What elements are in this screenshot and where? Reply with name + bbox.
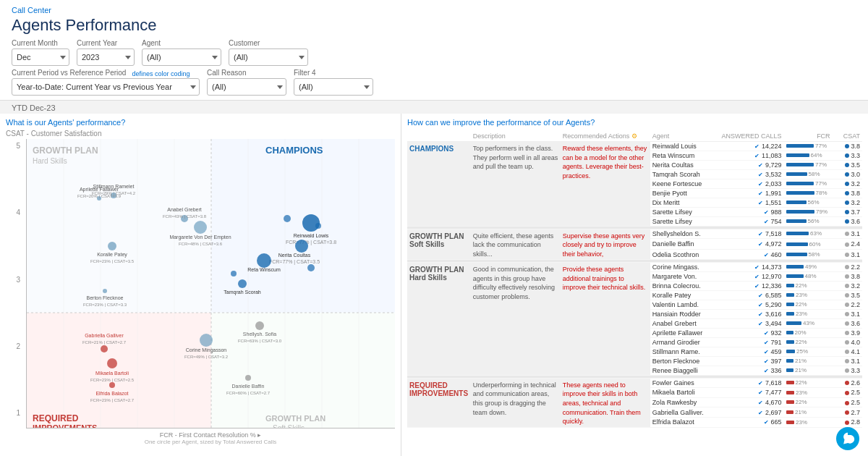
agent-name: Corine Mingass. xyxy=(650,263,718,272)
section-recommendation: Supervise these agents very closely and … xyxy=(561,229,650,260)
csat-value: 3.2 xyxy=(833,281,862,290)
svg-point-41 xyxy=(194,221,207,234)
section-recommendation: Reward these elements, they can be a mod… xyxy=(561,142,650,227)
answered-calls: ✔ 14,373 xyxy=(718,263,784,272)
answered-calls: ✔ 2,697 xyxy=(718,408,784,418)
csat-value: 3.6 xyxy=(833,216,862,226)
scatter-fcr-label: FCR - First Contact Resolution % ▸ xyxy=(26,431,395,439)
agent-name: Reta Winscum xyxy=(650,151,718,160)
svg-text:FCR=60% | CSAT=2.7: FCR=60% | CSAT=2.7 xyxy=(226,391,271,395)
agent-header: Agent xyxy=(652,132,670,140)
agent-name: Tamqrah Scorah xyxy=(650,169,718,179)
svg-point-59 xyxy=(101,345,108,352)
fcr-bar: 58% xyxy=(784,169,833,179)
answered-calls: ✔ 3,616 xyxy=(718,309,784,318)
current-year-select[interactable]: 2023 xyxy=(77,48,135,66)
svg-text:Margarete Von Der Empten: Margarete Von Der Empten xyxy=(169,235,231,240)
agent-name: Gabriella Galliver. xyxy=(650,408,718,418)
fcr-bar: 64% xyxy=(784,151,833,160)
section-description: Underperforming in technical and communi… xyxy=(471,378,561,427)
svg-rect-3 xyxy=(211,313,395,428)
csat-value: 2.5 xyxy=(833,397,862,408)
csat-value: 3.8 xyxy=(833,271,862,281)
csat-value: 2.6 xyxy=(833,378,862,387)
fcr-bar: 22% xyxy=(784,281,833,290)
fcr-bar: 56% xyxy=(784,216,833,226)
period-select[interactable]: Year-to-Date: Current Year vs Previous Y… xyxy=(12,78,200,96)
csat-value: 3.5 xyxy=(833,160,862,169)
agent-name: Zola Rawkesby xyxy=(650,397,718,408)
svg-point-27 xyxy=(257,253,271,268)
csat-value: 2.7 xyxy=(833,408,862,418)
svg-text:FCR=63% | CSAT=3.0: FCR=63% | CSAT=3.0 xyxy=(238,339,282,343)
csat-value: 3.5 xyxy=(833,290,862,300)
agent-name: Margarete Von. xyxy=(650,271,718,281)
csat-value: 3.6 xyxy=(833,318,862,328)
svg-point-62 xyxy=(107,358,117,368)
call-reason-label: Call Reason xyxy=(207,69,286,77)
svg-text:REQUIRED: REQUIRED xyxy=(33,413,79,423)
section-description: Top performers in the class. They perfor… xyxy=(471,142,561,227)
svg-text:FCR=77% | CSAT=3.8: FCR=77% | CSAT=3.8 xyxy=(286,240,336,245)
fcr-bar: 20% xyxy=(784,328,833,337)
svg-point-65 xyxy=(255,321,264,330)
fcr-bar: 77% xyxy=(784,160,833,169)
section-recommendation: These agents need to improve their skill… xyxy=(561,378,650,427)
svg-text:Tamqrah Scorah: Tamqrah Scorah xyxy=(224,290,260,295)
svg-text:FCR=21% | CSAT=2.7: FCR=21% | CSAT=2.7 xyxy=(82,340,127,345)
agent-table: Description Recommended Actions ⚙ Agent … xyxy=(407,131,862,428)
answered-calls: ✔ 336 xyxy=(718,366,784,375)
csat-value: 3.8 xyxy=(833,142,862,151)
fcr-bar: 22% xyxy=(784,337,833,347)
svg-point-24 xyxy=(295,240,308,253)
salesforce-icon xyxy=(841,431,855,446)
svg-text:CHAMPIONS: CHAMPIONS xyxy=(265,145,323,156)
fcr-bar: 49% xyxy=(784,263,833,272)
answered-calls: ✔ 14,224 xyxy=(718,142,784,151)
fcr-bar: 23% xyxy=(784,309,833,318)
csat-value: 3.1 xyxy=(833,249,862,259)
agent-name: Hansiain Rodder xyxy=(650,309,718,318)
answered-calls: ✔ 932 xyxy=(718,328,784,337)
svg-point-50 xyxy=(200,334,213,347)
fcr-bar: 56% xyxy=(784,198,833,207)
svg-point-56 xyxy=(109,382,115,388)
csat-value: 3.8 xyxy=(833,188,862,198)
current-month-select[interactable]: Dec xyxy=(12,48,69,66)
answered-calls: ✔ 1,551 xyxy=(718,198,784,207)
answered-calls: ✔ 7,618 xyxy=(718,378,784,387)
svg-text:FCR=23% | CSAT=3.3: FCR=23% | CSAT=3.3 xyxy=(83,303,127,307)
svg-text:Soft Skills: Soft Skills xyxy=(273,424,305,428)
csat-value: 3.3 xyxy=(833,151,862,160)
svg-text:GROWTH PLAN: GROWTH PLAN xyxy=(33,145,98,156)
fcr-bar: 58% xyxy=(784,249,833,259)
svg-point-53 xyxy=(103,289,107,293)
scatter-footnote: One circle per Agent, sized by Total Ans… xyxy=(26,439,395,445)
csat-value: 3.7 xyxy=(833,207,862,216)
breadcrumb[interactable]: Call Center xyxy=(12,6,856,14)
agent-name: Sarette Lifsey xyxy=(650,207,718,216)
left-panel-title: What is our Agents' performance? xyxy=(6,118,395,127)
answered-calls: ✔ 460 xyxy=(718,249,784,259)
csat-value: 4.0 xyxy=(833,337,862,347)
y-tick-3: 3 xyxy=(16,276,20,284)
agent-name: Nerita Coultas xyxy=(650,160,718,169)
customer-select[interactable]: (All) xyxy=(229,48,308,66)
svg-text:Reta Winscum: Reta Winscum xyxy=(247,267,281,272)
filter4-label: Filter 4 xyxy=(294,69,373,77)
svg-text:Koralle Patey: Koralle Patey xyxy=(97,252,127,258)
agent-name: Aprilette Fallawer xyxy=(650,328,718,337)
answered-calls: ✔ 6,585 xyxy=(718,290,784,300)
scatter-plot: GROWTH PLAN Hard Skills CHAMPIONS REQUIR… xyxy=(26,139,395,428)
svg-text:FCR=77% | CSAT=3.5: FCR=77% | CSAT=3.5 xyxy=(269,259,320,265)
agent-name: Renee Biaggelli xyxy=(650,366,718,375)
answered-calls: ✔ 988 xyxy=(718,207,784,216)
fcr-bar: 23% xyxy=(784,387,833,397)
csat-value: 2.4 xyxy=(833,239,862,249)
fcr-bar: 43% xyxy=(784,318,833,328)
agent-select[interactable]: (All) xyxy=(142,48,221,66)
svg-text:Nerita Coultas: Nerita Coultas xyxy=(278,253,311,258)
call-reason-select[interactable]: (All) xyxy=(207,78,286,96)
filter4-select[interactable]: (All) xyxy=(294,78,373,96)
svg-text:FCR=20% | CSAT=3.9: FCR=20% | CSAT=3.9 xyxy=(77,194,122,198)
